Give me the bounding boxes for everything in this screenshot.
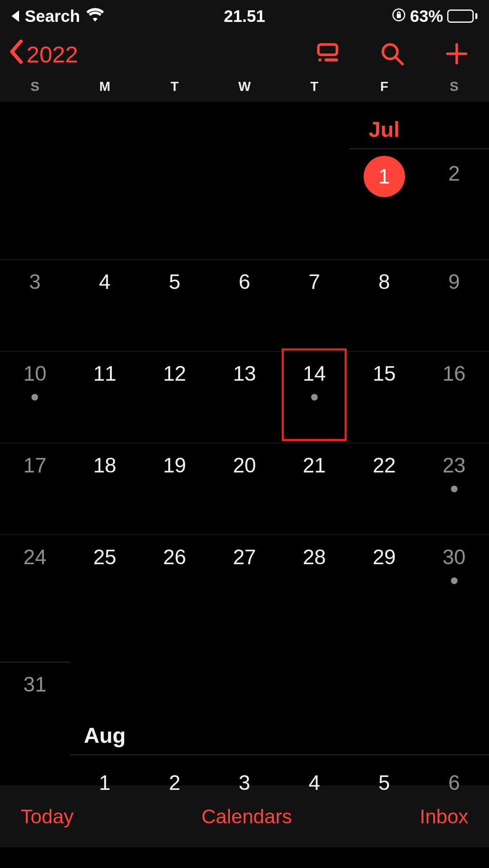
back-to-app-label[interactable]: Search — [25, 7, 80, 26]
day-cell[interactable]: 10 — [0, 352, 70, 444]
svg-rect-4 — [325, 58, 338, 62]
day-number: 6 — [210, 270, 280, 294]
day-number: 7 — [279, 270, 349, 294]
list-view-icon[interactable] — [315, 41, 340, 68]
day-cell[interactable]: 16 — [419, 352, 489, 444]
day-number: 30 — [419, 545, 489, 569]
weekday-label: W — [210, 79, 280, 94]
day-cell[interactable]: 20 — [210, 444, 280, 535]
day-number: 9 — [419, 270, 489, 294]
day-number: 2 — [140, 771, 210, 795]
day-cell[interactable]: 22 — [349, 444, 419, 535]
calendar-screen: Search 21.51 63% 2022 — [0, 0, 489, 868]
day-cell-empty — [210, 663, 280, 754]
day-cell[interactable]: 31 — [0, 663, 70, 754]
day-cell[interactable]: 30 — [419, 535, 489, 627]
weekday-label: S — [0, 79, 70, 94]
day-number: 4 — [70, 270, 140, 294]
day-cell-empty — [140, 663, 210, 754]
day-number: 20 — [210, 453, 280, 477]
day-cell-empty — [279, 152, 349, 229]
week-row: 24252627282930 — [0, 534, 489, 627]
day-number: 2 — [419, 162, 489, 186]
day-cell[interactable]: 17 — [0, 444, 70, 535]
day-number: 26 — [140, 545, 210, 569]
day-cell[interactable]: 29 — [349, 535, 419, 627]
day-cell[interactable]: 11 — [70, 352, 140, 444]
weekday-label: M — [70, 79, 140, 94]
day-cell[interactable]: 2 — [140, 761, 210, 853]
battery-icon — [447, 10, 477, 23]
day-cell[interactable]: 1 — [349, 152, 419, 229]
day-cell[interactable]: 24 — [0, 535, 70, 627]
day-cell[interactable]: 18 — [70, 444, 140, 535]
svg-rect-1 — [397, 14, 401, 18]
day-cell[interactable]: 3 — [210, 761, 280, 853]
month-divider — [70, 754, 489, 755]
day-number: 12 — [140, 362, 210, 386]
day-cell[interactable]: 7 — [279, 260, 349, 352]
nav-bar: 2022 — [0, 32, 489, 79]
week-row: 10111213141516 — [0, 351, 489, 444]
day-cell[interactable]: 25 — [70, 535, 140, 627]
weekday-label: S — [419, 79, 489, 94]
day-cell[interactable]: 1 — [70, 761, 140, 853]
day-cell[interactable]: 8 — [349, 260, 419, 352]
day-number: 19 — [140, 453, 210, 477]
day-cell-empty — [419, 663, 489, 754]
svg-rect-2 — [319, 44, 337, 55]
day-number: 8 — [349, 270, 419, 294]
status-time: 21.51 — [224, 7, 265, 26]
status-bar: Search 21.51 63% — [0, 0, 489, 32]
day-cell[interactable]: 12 — [140, 352, 210, 444]
calendar-grid[interactable]: Jul Aug 12345678910111213141516171819202… — [0, 102, 489, 785]
day-cell[interactable]: 28 — [279, 535, 349, 627]
day-cell[interactable]: 6 — [419, 761, 489, 853]
day-cell[interactable]: 2 — [419, 152, 489, 229]
day-cell[interactable]: 13 — [210, 352, 280, 444]
day-cell[interactable]: 15 — [349, 352, 419, 444]
month-divider — [349, 148, 489, 149]
year-label: 2022 — [26, 41, 78, 68]
day-cell[interactable]: 5 — [349, 761, 419, 853]
day-cell[interactable]: 4 — [279, 761, 349, 853]
search-icon[interactable] — [380, 41, 405, 68]
week-row: 12 — [0, 152, 489, 229]
day-cell-empty — [0, 152, 70, 229]
back-year-button[interactable]: 2022 — [9, 40, 78, 69]
day-cell-empty — [349, 663, 419, 754]
svg-line-6 — [396, 57, 403, 64]
day-number: 3 — [0, 270, 70, 294]
day-cell[interactable]: 27 — [210, 535, 280, 627]
weekday-label: F — [349, 79, 419, 94]
day-cell[interactable]: 9 — [419, 260, 489, 352]
day-cell[interactable]: 14 — [279, 352, 349, 444]
day-number: 5 — [349, 771, 419, 795]
day-cell[interactable]: 4 — [70, 260, 140, 352]
day-number: 3 — [210, 771, 280, 795]
weekday-label: T — [279, 79, 349, 94]
day-cell[interactable]: 3 — [0, 260, 70, 352]
weekday-label: T — [140, 79, 210, 94]
day-cell[interactable]: 5 — [140, 260, 210, 352]
day-number: 24 — [0, 545, 70, 569]
day-cell[interactable]: 6 — [210, 260, 280, 352]
day-number: 14 — [279, 362, 349, 386]
day-number: 28 — [279, 545, 349, 569]
day-number: 11 — [70, 362, 140, 386]
day-cell[interactable]: 26 — [140, 535, 210, 627]
event-dot-icon — [31, 394, 38, 401]
day-cell[interactable]: 19 — [140, 444, 210, 535]
add-icon[interactable] — [444, 41, 469, 68]
day-number: 27 — [210, 545, 280, 569]
week-row: 123456 — [0, 761, 489, 853]
day-cell[interactable]: 21 — [279, 444, 349, 535]
back-caret-icon[interactable] — [12, 10, 19, 22]
day-number: 16 — [419, 362, 489, 386]
day-number: 21 — [279, 453, 349, 477]
day-number: 25 — [70, 545, 140, 569]
day-cell[interactable]: 23 — [419, 444, 489, 535]
event-dot-icon — [451, 486, 458, 492]
svg-point-3 — [319, 58, 322, 62]
day-number: 15 — [349, 362, 419, 386]
